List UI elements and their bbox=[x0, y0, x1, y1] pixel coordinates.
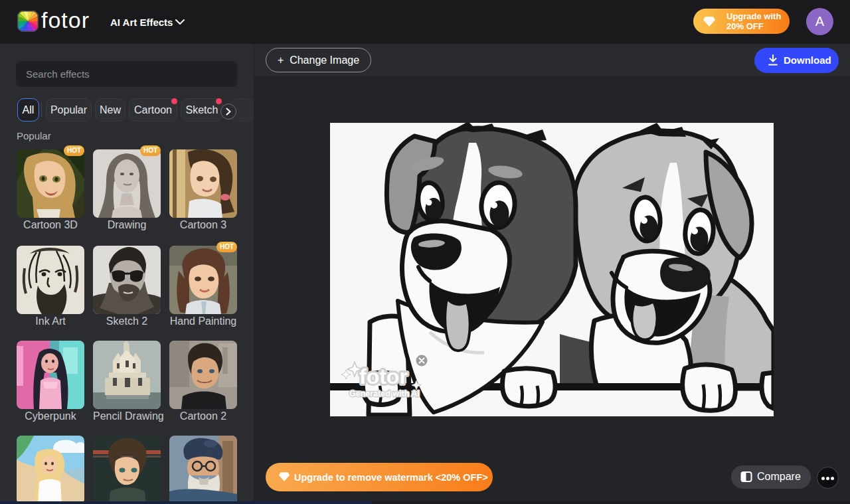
svg-text:fotor: fotor bbox=[359, 365, 408, 388]
svg-text:Generated with AI: Generated with AI bbox=[349, 389, 420, 398]
